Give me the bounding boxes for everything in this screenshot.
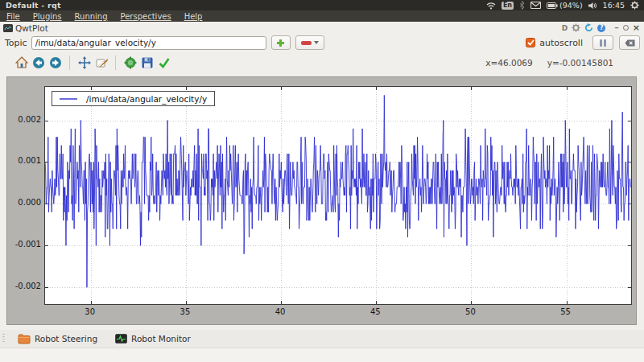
remove-topic-button[interactable] bbox=[295, 35, 324, 50]
toolbar-separator bbox=[115, 56, 116, 70]
ubuntu-top-panel: Default - rqt En (94%) 16:45 bbox=[0, 0, 644, 10]
autoscroll-checkbox[interactable] bbox=[526, 38, 535, 47]
signal-waveform bbox=[45, 87, 631, 304]
y-tick-label: -0.002 bbox=[9, 282, 41, 290]
clock[interactable]: 16:45 bbox=[603, 1, 625, 10]
y-tick-label: -0.001 bbox=[9, 240, 41, 249]
clear-icon bbox=[625, 39, 635, 47]
cursor-x-value: x=46.0069 bbox=[485, 58, 532, 68]
taskbar-item-robot-monitor[interactable]: Robot Monitor bbox=[115, 334, 191, 343]
autoscroll-group: autoscroll bbox=[526, 35, 644, 50]
system-tray: En (94%) 16:45 bbox=[486, 1, 644, 10]
drag-handle[interactable] bbox=[2, 334, 5, 343]
status-bar bbox=[0, 348, 644, 362]
home-button[interactable] bbox=[14, 56, 28, 70]
dock-close-button[interactable]: × bbox=[633, 24, 640, 32]
x-tick-label: 50 bbox=[458, 307, 482, 316]
legend-line-sample bbox=[60, 98, 77, 100]
qwtplot-dock-header: QwtPlot D ? – × bbox=[0, 22, 644, 34]
dock-float-button[interactable] bbox=[623, 25, 629, 31]
y-tick-label: 0.001 bbox=[9, 156, 41, 165]
x-tick-label: 30 bbox=[78, 307, 102, 316]
cursor-coordinates: x=46.0069 y=-0.00145801 bbox=[485, 58, 644, 68]
dock-d-button[interactable]: D bbox=[562, 24, 568, 32]
forward-button[interactable] bbox=[48, 56, 62, 70]
dock-minimize-button[interactable]: – bbox=[614, 24, 619, 32]
plot-legend[interactable]: /imu/data/angular_velocity/y bbox=[52, 91, 215, 106]
dock-title: QwtPlot bbox=[15, 23, 48, 33]
monitor-icon bbox=[115, 334, 127, 343]
topic-input[interactable] bbox=[31, 36, 266, 50]
plot-canvas[interactable]: /imu/data/angular_velocity/y bbox=[44, 86, 632, 305]
topic-row: Topic autoscroll bbox=[0, 34, 644, 51]
cursor-y-value: y=-0.00145801 bbox=[547, 58, 613, 68]
plot-widget: /imu/data/angular_velocity/y 0.0020.0010… bbox=[6, 76, 637, 325]
plot-toolbar: x=46.0069 y=-0.00145801 bbox=[0, 51, 644, 74]
dock-help-icon[interactable]: ? bbox=[597, 24, 605, 32]
clear-button[interactable] bbox=[619, 35, 640, 50]
x-tick-label: 40 bbox=[268, 307, 292, 316]
menubar: FilePluginsRunningPerspectivesHelp bbox=[0, 10, 644, 22]
x-tick-label: 45 bbox=[363, 307, 387, 316]
menu-item-perspectives[interactable]: Perspectives bbox=[121, 12, 171, 21]
x-tick-label: 55 bbox=[554, 307, 578, 316]
keyboard-layout-indicator[interactable]: En bbox=[502, 2, 514, 10]
menu-item-running[interactable]: Running bbox=[75, 12, 108, 21]
window-title: Default - rqt bbox=[6, 1, 61, 10]
back-button[interactable] bbox=[31, 56, 45, 70]
volume-icon[interactable] bbox=[588, 2, 597, 10]
apply-check-button[interactable] bbox=[157, 56, 171, 70]
toolbar-separator bbox=[69, 56, 70, 70]
taskbar-item-robot-steering[interactable]: Robot Steering bbox=[18, 334, 97, 344]
pause-icon bbox=[600, 39, 606, 47]
wifi-icon[interactable] bbox=[486, 2, 496, 10]
y-tick-label: 0.002 bbox=[9, 115, 41, 124]
minimized-plugins-bar: Robot Steering Robot Monitor bbox=[0, 330, 644, 348]
chevron-down-icon bbox=[314, 41, 319, 44]
mail-icon[interactable] bbox=[530, 2, 541, 9]
add-topic-button[interactable] bbox=[271, 35, 291, 50]
x-tick-label: 35 bbox=[173, 307, 197, 316]
menu-item-help[interactable]: Help bbox=[184, 12, 203, 21]
topic-label: Topic bbox=[5, 38, 27, 48]
configure-subplots-button[interactable] bbox=[123, 56, 137, 70]
menu-item-file[interactable]: File bbox=[6, 12, 20, 21]
legend-label: /imu/data/angular_velocity/y bbox=[86, 94, 207, 104]
pan-button[interactable] bbox=[77, 56, 91, 70]
y-tick-label: 0.000 bbox=[9, 198, 41, 207]
pause-button[interactable] bbox=[592, 35, 613, 50]
session-gear-icon[interactable] bbox=[630, 1, 639, 10]
folder-icon bbox=[18, 334, 31, 344]
menu-item-plugins[interactable]: Plugins bbox=[33, 12, 62, 21]
battery-icon[interactable] bbox=[547, 2, 558, 9]
save-button[interactable] bbox=[140, 56, 154, 70]
bluetooth-icon[interactable] bbox=[519, 1, 525, 10]
autoscroll-label: autoscroll bbox=[539, 38, 583, 48]
battery-percent: (94%) bbox=[559, 1, 583, 10]
zoom-rect-button[interactable] bbox=[94, 56, 108, 70]
